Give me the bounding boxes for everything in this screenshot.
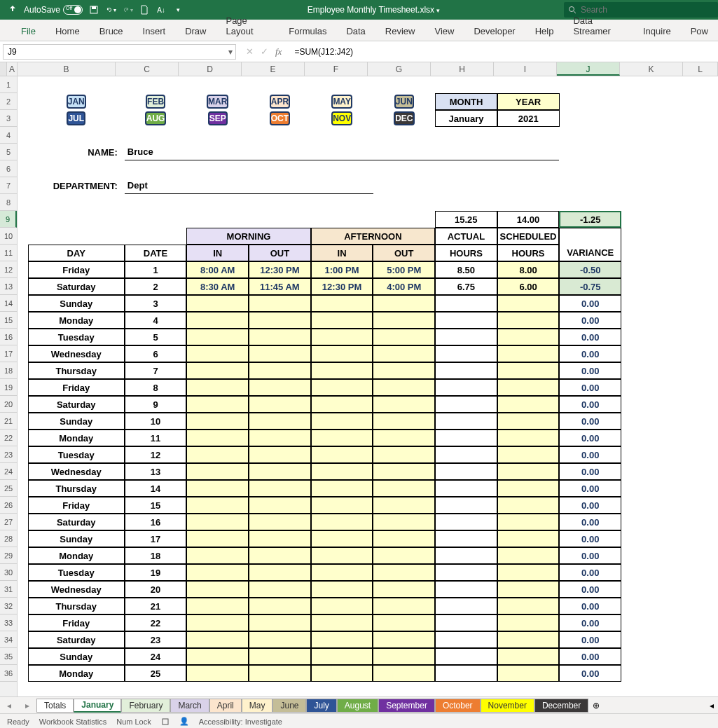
cell-day[interactable]: Tuesday [28,446,125,463]
cell-out2[interactable] [373,497,435,514]
cell-actual[interactable] [435,665,497,682]
cell-scheduled[interactable] [497,564,560,581]
select-all-corner[interactable] [0,62,7,76]
cell[interactable] [621,76,684,93]
month-button-mar[interactable]: MAR [207,95,228,109]
cell-out1[interactable] [249,631,311,648]
cell-day[interactable]: Sunday [28,648,125,665]
formula-input[interactable] [289,47,718,57]
cell-variance[interactable]: -0.50 [559,261,621,278]
cell-day[interactable]: Monday [28,430,125,446]
cell-out2[interactable]: 4:00 PM [373,278,435,295]
cell-in2[interactable]: 1:00 PM [311,261,373,278]
cell-day[interactable]: Saturday [28,278,125,295]
cell-out1[interactable] [249,345,311,362]
row-header-7[interactable]: 7 [0,177,17,194]
cancel-icon[interactable]: ✕ [246,46,254,57]
cell-date[interactable]: 10 [125,413,187,430]
cell-actual[interactable] [435,631,497,648]
undo-icon[interactable]: ▾ [105,4,116,15]
cell-variance[interactable]: 0.00 [559,564,621,581]
cell-actual[interactable] [435,480,497,497]
cell-variance[interactable]: 0.00 [559,514,621,530]
cell-in2[interactable] [311,446,373,463]
cell-day[interactable]: Saturday [28,396,125,413]
cell-actual[interactable] [435,648,497,665]
cell-out2[interactable] [373,598,435,614]
cell[interactable] [373,76,435,93]
sheet-tab-july[interactable]: July [306,699,336,713]
cell-out2[interactable] [373,430,435,446]
ribbon-tab-bruce[interactable]: Bruce [90,22,133,41]
tab-scroll-icon[interactable]: ◂ [710,701,718,710]
month-button-may[interactable]: MAY [331,95,352,109]
cell-out1[interactable] [249,329,311,345]
col-header-L[interactable]: L [683,62,718,76]
cell-variance[interactable]: 0.00 [559,329,621,345]
col-header-B[interactable]: B [18,62,116,76]
cell[interactable] [684,76,718,93]
col-header-E[interactable]: E [242,62,305,76]
total-variance[interactable]: -1.25 [559,211,621,228]
name-value[interactable]: Bruce [125,144,560,160]
cell-in1[interactable] [186,581,249,598]
cell-date[interactable]: 24 [125,648,187,665]
cell-in1[interactable] [186,312,249,329]
sheet-tab-june[interactable]: June [272,699,306,713]
cell-out2[interactable] [373,648,435,665]
cell[interactable] [125,76,187,93]
cell-in1[interactable] [186,564,249,581]
cell-in1[interactable] [186,598,249,614]
cell-out2[interactable] [373,514,435,530]
cell-scheduled[interactable] [497,329,560,345]
row-header-24[interactable]: 24 [0,463,17,480]
cell-date[interactable]: 9 [125,396,187,413]
cell-out2[interactable] [373,665,435,682]
row-header-29[interactable]: 29 [0,547,17,564]
sheet-tab-totals[interactable]: Totals [36,699,74,713]
cell-day[interactable]: Wednesday [28,581,125,598]
cell-in1[interactable] [186,497,249,514]
cell-out2[interactable] [373,564,435,581]
cell-date[interactable]: 20 [125,581,187,598]
cell-out1[interactable] [249,362,311,379]
row-header-11[interactable]: 11 [0,245,17,261]
total-scheduled[interactable]: 14.00 [497,211,560,228]
row-header-9[interactable]: 9 [0,211,17,228]
row-header-30[interactable]: 30 [0,564,17,581]
cell-in1[interactable] [186,379,249,396]
row-header-36[interactable]: 36 [0,665,17,682]
row-header-31[interactable]: 31 [0,581,17,598]
cell-in2[interactable]: 12:30 PM [311,278,373,295]
chevron-down-icon[interactable]: ▾ [228,47,233,57]
cell-actual[interactable]: 6.75 [435,278,497,295]
cell-scheduled[interactable] [497,362,560,379]
cell-in2[interactable] [311,312,373,329]
cell-out1[interactable] [249,379,311,396]
name-box[interactable]: J9 ▾ [3,44,236,60]
cell-actual[interactable] [435,329,497,345]
row-header-27[interactable]: 27 [0,514,17,530]
sheet-tab-august[interactable]: August [337,699,378,713]
cell-out2[interactable] [373,614,435,631]
month-button-oct[interactable]: OCT [270,111,290,125]
cell-scheduled[interactable] [497,547,560,564]
cell-date[interactable]: 2 [125,278,187,295]
cell-scheduled[interactable] [497,345,560,362]
cell-day[interactable]: Thursday [28,362,125,379]
cell-actual[interactable] [435,497,497,514]
dept-value[interactable]: Dept [125,177,373,194]
sheet-tab-november[interactable]: November [481,699,534,713]
save-icon[interactable] [88,4,99,15]
cell-in1[interactable] [186,614,249,631]
ribbon-tab-view[interactable]: View [424,22,464,41]
month-button-feb[interactable]: FEB [146,95,165,109]
cell-date[interactable]: 18 [125,547,187,564]
cell-in1[interactable] [186,547,249,564]
cell-scheduled[interactable] [497,497,560,514]
cell-date[interactable]: 4 [125,312,187,329]
cell-in2[interactable] [311,329,373,345]
row-header-14[interactable]: 14 [0,295,17,312]
cell-in2[interactable] [311,379,373,396]
cell-date[interactable]: 16 [125,514,187,530]
